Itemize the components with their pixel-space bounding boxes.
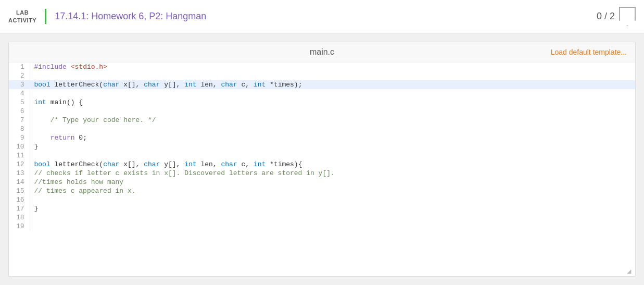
line-content[interactable]: int main() { [30,98,635,107]
table-row: 15 // times c appeared in x. [9,187,635,195]
table-row: 7 /* Type your code here. */ [9,116,635,125]
line-content[interactable]: #include <stdio.h> [30,63,635,71]
line-content[interactable]: } [30,142,635,151]
lab-label-line1: LAB [16,9,29,16]
line-content[interactable]: //times holds how many [30,178,635,187]
line-number: 11 [9,151,30,160]
table-row: 9 return 0; [9,133,635,142]
line-content[interactable] [30,195,635,204]
line-number: 17 [9,204,30,213]
line-number: 4 [9,89,30,98]
resize-handle-icon[interactable]: ◢ [627,268,634,275]
line-content[interactable] [30,222,635,231]
page-title: 17.14.1: Homework 6, P2: Hangman [55,11,206,22]
line-content[interactable] [30,151,635,160]
file-name: main.c [310,47,334,57]
table-row: 19 [9,222,635,231]
table-row: 5 int main() { [9,98,635,107]
line-number: 5 [9,98,30,107]
line-content[interactable] [30,125,635,133]
table-row: 8 [9,125,635,133]
table-row: 14 //times holds how many [9,178,635,187]
table-row: 18 [9,213,635,222]
line-content[interactable]: bool letterCheck(char x[], char y[], int… [30,80,635,89]
line-content[interactable]: bool letterCheck(char x[], char y[], int… [30,160,635,169]
code-editor[interactable]: 1 #include <stdio.h> 2 3 bool letterChec… [9,63,635,276]
table-row: 1 #include <stdio.h> [9,63,635,71]
line-content[interactable]: } [30,204,635,213]
lab-label-line2: ACTIVITY [8,17,36,24]
line-number: 13 [9,169,30,178]
line-number: 7 [9,116,30,125]
line-number: 12 [9,160,30,169]
line-number: 19 [9,222,30,231]
line-number: 16 [9,195,30,204]
line-number: 15 [9,187,30,195]
editor-header: main.c Load default template... [9,42,635,63]
badge-icon [619,7,636,27]
line-number: 6 [9,107,30,116]
line-number: 14 [9,178,30,187]
line-content[interactable]: // times c appeared in x. [30,187,635,195]
table-row: 2 [9,71,635,80]
main-content: main.c Load default template... 1 #inclu… [0,33,644,285]
line-content[interactable]: // checks if letter c exists in x[]. Dis… [30,169,635,178]
line-content[interactable] [30,71,635,80]
table-row: 10 } [9,142,635,151]
line-number: 1 [9,63,30,71]
line-number: 3 [9,80,30,89]
line-content[interactable] [30,107,635,116]
line-content[interactable]: return 0; [30,133,635,142]
code-lines: 1 #include <stdio.h> 2 3 bool letterChec… [9,63,635,231]
line-content[interactable] [30,213,635,222]
line-number: 18 [9,213,30,222]
line-content[interactable]: /* Type your code here. */ [30,116,635,125]
table-row: 3 bool letterCheck(char x[], char y[], i… [9,80,635,89]
line-number: 9 [9,133,30,142]
score-badge: 0 / 2 [597,7,636,27]
line-number: 8 [9,125,30,133]
table-row: 13 // checks if letter c exists in x[]. … [9,169,635,178]
table-row: 17 } [9,204,635,213]
lab-activity-label: LAB ACTIVITY [8,9,46,24]
table-row: 16 [9,195,635,204]
score-text: 0 / 2 [597,11,615,22]
table-row: 6 [9,107,635,116]
load-template-button[interactable]: Load default template... [551,48,627,56]
header: LAB ACTIVITY 17.14.1: Homework 6, P2: Ha… [0,0,644,33]
line-number: 10 [9,142,30,151]
line-content[interactable] [30,89,635,98]
table-row: 12 bool letterCheck(char x[], char y[], … [9,160,635,169]
editor-container: main.c Load default template... 1 #inclu… [8,42,636,277]
table-row: 11 [9,151,635,160]
line-number: 2 [9,71,30,80]
table-row: 4 [9,89,635,98]
